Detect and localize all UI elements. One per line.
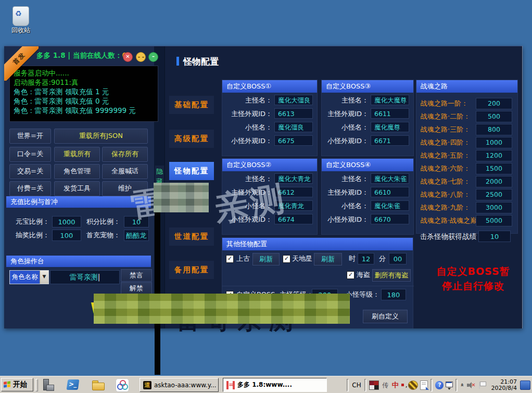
main-monster-id-field[interactable]: 6613 — [274, 108, 313, 119]
quicklaunch-powershell-icon[interactable]: >_ — [67, 378, 80, 391]
minimize-button[interactable]: – — [148, 52, 158, 62]
yuanbao-ratio-field[interactable]: 1000 — [52, 216, 81, 227]
tab-advanced-config[interactable]: 高级配置 — [169, 130, 214, 148]
field-label: 主怪外观ID： — [327, 187, 369, 198]
black-strip — [155, 185, 160, 375]
tab-backup-config[interactable]: 备用配置 — [169, 261, 214, 279]
hide-window-button[interactable] — [136, 52, 146, 62]
refresh-custom-button[interactable]: 刷自定义 — [363, 310, 408, 323]
minion-name-field[interactable]: 魔化朱雀 — [371, 200, 409, 211]
quicklaunch-folder-icon[interactable] — [92, 378, 105, 391]
pirate-label: 海盗 — [357, 269, 370, 281]
refresh-ancient-button[interactable]: 刷新 — [252, 253, 280, 265]
main-monster-name-field[interactable]: 魔化大朱雀 — [371, 173, 409, 184]
soul-road-label: 战魂之路·六阶： — [421, 163, 470, 174]
save-all-button[interactable]: 保存所有 — [102, 147, 148, 162]
pay-toggle-button[interactable]: 付费=关 — [9, 181, 51, 196]
soul-road-field[interactable]: 1500 — [476, 163, 512, 174]
main-monster-name-field[interactable]: 魔化大彊良 — [274, 95, 313, 105]
collapse-tray-chevron-icon[interactable]: » — [459, 383, 466, 387]
quicklaunch-server-tool-icon[interactable] — [42, 378, 55, 391]
soul-road-label: 战魂之路·八阶： — [421, 189, 470, 200]
mute-button[interactable]: 禁言 — [121, 269, 152, 282]
start-button[interactable]: 开始 — [1, 378, 33, 391]
hour-field[interactable]: 12 — [358, 253, 374, 264]
soul-road-field[interactable]: 800 — [476, 124, 512, 135]
soul-road-field[interactable]: 5000 — [476, 215, 512, 226]
soul-road-label: 战魂之路·七阶： — [421, 176, 470, 187]
soul-road-field[interactable]: 3000 — [476, 202, 512, 213]
toolbar-grip[interactable] — [35, 379, 38, 391]
minute-field[interactable]: 00 — [389, 253, 407, 264]
skystar-checkbox[interactable]: ✓ — [283, 255, 290, 263]
world-toggle-button[interactable]: 世界=开 — [9, 129, 51, 144]
minion-id-field[interactable]: 6675 — [274, 135, 313, 146]
soul-road-field[interactable]: 2500 — [476, 189, 512, 200]
main-monster-name-field[interactable]: 魔化大魔尊 — [371, 95, 409, 105]
soul-road-field[interactable]: 200 — [476, 98, 512, 109]
field-label: 小怪外观ID： — [327, 135, 369, 147]
minion-id-field[interactable]: 6671 — [371, 135, 409, 146]
role-name-input[interactable]: 雷哥亲测| — [50, 270, 120, 284]
quicklaunch-app-circles-icon[interactable] — [116, 378, 129, 391]
ribbon-label: 首发 — [4, 46, 39, 81]
unmute-button[interactable]: 解禁 — [121, 282, 152, 295]
ancient-checkbox[interactable]: ✓ — [226, 255, 234, 263]
tool-icon[interactable] — [408, 381, 418, 390]
field-label: 主怪名： — [245, 95, 272, 106]
kill-score-field[interactable]: 10 — [478, 231, 511, 242]
soul-road-label: 战魂之路·九阶： — [421, 202, 470, 213]
ime-icon[interactable] — [369, 381, 379, 390]
first-release-ribbon: 首发 — [4, 46, 39, 81]
soul-road-field[interactable]: 2000 — [476, 176, 512, 187]
show-desktop-icon[interactable] — [520, 381, 530, 390]
tab-basic-config[interactable]: 基础配置 — [169, 96, 214, 114]
dot-icon[interactable] — [401, 384, 404, 386]
reload-all-json-button[interactable]: 重载所有JSON — [54, 129, 148, 144]
dropdown-value: 角色名称 — [10, 271, 40, 284]
minion-name-field[interactable]: 魔化魔尊 — [371, 122, 409, 132]
tab-monster-config[interactable]: 怪物配置 — [169, 162, 214, 180]
main-monster-id-field[interactable]: 6610 — [371, 187, 409, 197]
recycle-bin[interactable]: ♻ 回收站 — [2, 1, 40, 35]
chevron-down-icon[interactable]: ▼ — [40, 271, 48, 284]
notice-line-2: 停止自行修改 — [421, 280, 525, 293]
refresh-skystar-button[interactable]: 刷新 — [314, 253, 342, 265]
ancient-label: 上古 — [236, 253, 250, 264]
soul-road-label: 战魂之路·二阶： — [421, 111, 470, 122]
role-name-dropdown[interactable]: 角色名称 ▼ — [9, 270, 49, 284]
tab-world-config[interactable]: 世道配置 — [169, 227, 214, 246]
main-monster-id-field[interactable]: 6611 — [371, 108, 409, 119]
language-indicator[interactable]: CH — [352, 382, 361, 389]
taskbar-item-duoduo[interactable]: = 多多 1.8:www.... — [223, 378, 327, 392]
document-edit-icon[interactable] — [420, 381, 428, 390]
flag-icon[interactable] — [478, 381, 486, 389]
close-button[interactable]: ✕ — [123, 52, 133, 62]
lottery-ratio-field[interactable]: 100 — [52, 230, 81, 241]
shipping-tool-button[interactable]: 发货工具 — [54, 181, 100, 196]
soul-road-field[interactable]: 1000 — [476, 137, 512, 148]
broadcast-button[interactable]: 全服喊话 — [102, 164, 148, 179]
first-pet-field[interactable]: 酷酷龙 — [124, 230, 149, 241]
ime-skin-icon[interactable]: 传 — [381, 381, 390, 389]
chinese-mode-icon[interactable]: 中 — [392, 381, 399, 390]
minion-name-field[interactable]: 魔化彊良 — [274, 122, 313, 132]
soul-road-field[interactable]: 500 — [476, 111, 512, 122]
help-icon[interactable]: ? — [435, 381, 444, 389]
minion-level-field[interactable]: 180 — [381, 289, 406, 300]
delete-pirates-button[interactable]: 删所有海盗 — [372, 269, 411, 282]
trade-toggle-button[interactable]: 交易=关 — [9, 164, 51, 179]
speaker-muted-icon[interactable]: ✕ — [466, 381, 476, 389]
recharge-section-header: 充值比例与首冲 — [6, 196, 151, 208]
reload-all-button[interactable]: 重载所有 — [54, 147, 100, 162]
soul-road-field[interactable]: 1200 — [476, 150, 512, 161]
pirate-checkbox[interactable]: ✓ — [347, 271, 354, 279]
taskbar-item-asktao[interactable]: 道 asktao-aaa:www.y... — [140, 378, 219, 392]
command-toggle-button[interactable]: 口令=关 — [9, 147, 51, 162]
minion-id-field[interactable]: 6670 — [371, 214, 409, 224]
recycle-bin-label: 回收站 — [2, 26, 40, 35]
role-management-button[interactable]: 角色管理 — [54, 164, 100, 179]
restore-window-icon[interactable] — [446, 381, 453, 389]
tray-clock[interactable]: 21:07 2020/8/4 — [491, 379, 517, 391]
soul-road-label: 战魂之路·三阶： — [421, 124, 470, 135]
